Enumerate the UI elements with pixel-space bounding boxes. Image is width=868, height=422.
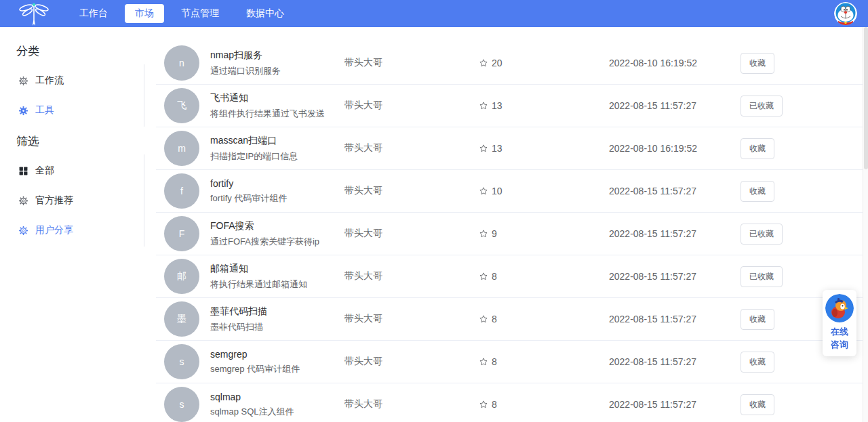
item-timestamp: 2022-08-15 11:57:27 — [609, 228, 741, 239]
item-author: 带头大哥 — [344, 100, 479, 112]
item-author: 带头大哥 — [344, 57, 479, 69]
star-icon — [479, 400, 488, 409]
item-avatar: 邮 — [164, 259, 199, 294]
list-item[interactable]: s semgrep semgrep 代码审计组件 带头大哥 8 2022-08-… — [156, 341, 868, 383]
list-item[interactable]: f fortify fortify 代码审计组件 带头大哥 10 2022-08… — [156, 170, 868, 213]
gear-icon — [18, 75, 28, 86]
page-content: 分类 工作流 — [0, 27, 868, 422]
item-timestamp: 2022-08-15 11:57:27 — [609, 271, 741, 282]
star-count: 9 — [492, 228, 497, 239]
list-item[interactable]: n nmap扫服务 通过端口识别服务 带头大哥 20 2022-08-10 16… — [156, 42, 868, 85]
list-item[interactable]: s sqlmap sqlmap SQL注入组件 带头大哥 8 2022-08-1… — [156, 383, 868, 422]
item-author: 带头大哥 — [344, 270, 479, 282]
sidebar-item-label: 官方推荐 — [35, 194, 73, 207]
item-avatar: n — [164, 45, 199, 81]
collect-button[interactable]: 已收藏 — [741, 96, 783, 117]
sidebar-item-all[interactable]: 全部 — [16, 156, 144, 186]
item-avatar: s — [164, 387, 199, 422]
item-avatar: F — [164, 216, 199, 251]
gear-icon — [18, 225, 28, 236]
vertical-scrollbar[interactable] — [863, 27, 868, 422]
item-title: FOFA搜索 — [210, 220, 344, 232]
item-title: fortify — [210, 178, 344, 189]
item-titles: 邮箱通知 将执行结果通过邮箱通知 — [210, 263, 344, 291]
nav-tab[interactable]: 节点管理 — [171, 4, 229, 23]
item-timestamp: 2022-08-15 11:57:27 — [609, 314, 741, 324]
item-timestamp: 2022-08-15 11:57:27 — [609, 399, 741, 410]
item-subtitle: 将执行结果通过邮箱通知 — [210, 278, 344, 291]
item-action: 收藏 — [741, 181, 774, 202]
sidebar-item-official[interactable]: 官方推荐 — [16, 186, 144, 215]
collect-button[interactable]: 收藏 — [741, 352, 774, 373]
star-count: 20 — [492, 58, 502, 68]
grid-icon — [18, 165, 28, 176]
collect-button[interactable]: 收藏 — [741, 181, 774, 202]
item-titles: semgrep semgrep 代码审计组件 — [210, 349, 344, 375]
nav-tab[interactable]: 市场 — [125, 4, 164, 23]
item-subtitle: semgrep 代码审计组件 — [210, 363, 344, 375]
item-action: 已收藏 — [741, 266, 783, 287]
item-author: 带头大哥 — [344, 398, 479, 410]
star-icon — [479, 58, 488, 68]
list-item[interactable]: 邮 邮箱通知 将执行结果通过邮箱通知 带头大哥 8 2022-08-15 11:… — [156, 255, 868, 298]
collect-button[interactable]: 收藏 — [741, 138, 774, 159]
sidebar-item-label: 全部 — [35, 165, 54, 177]
item-subtitle: sqlmap SQL注入组件 — [210, 406, 344, 418]
list-item[interactable]: m masscan扫端口 扫描指定IP的端口信息 带头大哥 13 2022-08… — [156, 127, 868, 170]
support-mascot-icon — [825, 294, 854, 322]
list-item[interactable]: 飞 飞书通知 将组件执行结果通过飞书发送 带头大哥 13 2022-08-15 … — [156, 85, 868, 127]
star-icon — [479, 186, 488, 196]
list-item[interactable]: 墨 墨菲代码扫描 墨菲代码扫描 带头大哥 8 2022-08-15 11:57:… — [156, 298, 868, 341]
item-title: 邮箱通知 — [210, 263, 344, 275]
market-list: n nmap扫服务 通过端口识别服务 带头大哥 20 2022-08-10 16… — [156, 27, 868, 422]
item-titles: masscan扫端口 扫描指定IP的端口信息 — [210, 135, 344, 163]
user-avatar[interactable] — [834, 2, 857, 25]
item-subtitle: fortify 代码审计组件 — [210, 192, 344, 205]
item-star-count: 20 — [479, 58, 609, 68]
sidebar-item-user-shared[interactable]: 用户分享 — [16, 215, 144, 245]
item-timestamp: 2022-08-10 16:19:52 — [609, 58, 741, 68]
item-star-count: 8 — [479, 399, 609, 410]
item-titles: nmap扫服务 通过端口识别服务 — [210, 49, 344, 77]
item-avatar: 飞 — [164, 88, 199, 123]
item-titles: FOFA搜索 通过FOFA搜索关键字获得ip — [210, 220, 344, 248]
sidebar-item-label: 工具 — [35, 104, 54, 117]
item-action: 已收藏 — [741, 96, 783, 117]
item-title: semgrep — [210, 349, 344, 360]
collect-button[interactable]: 已收藏 — [741, 224, 783, 245]
item-subtitle: 将组件执行结果通过飞书发送 — [210, 108, 344, 120]
star-icon — [479, 229, 488, 238]
item-subtitle: 扫描指定IP的端口信息 — [210, 150, 344, 163]
collect-button[interactable]: 已收藏 — [741, 266, 783, 287]
nav-tab[interactable]: 工作台 — [69, 4, 118, 23]
list-item[interactable]: F FOFA搜索 通过FOFA搜索关键字获得ip 带头大哥 9 2022-08-… — [156, 213, 868, 255]
sidebar-section-title-category: 分类 — [16, 43, 156, 59]
star-count: 13 — [492, 100, 502, 111]
sidebar-group-category: 工作流 工具 — [16, 64, 144, 127]
star-count: 10 — [492, 186, 502, 196]
scrollbar-thumb[interactable] — [864, 27, 868, 169]
item-avatar: m — [164, 131, 199, 166]
item-titles: fortify fortify 代码审计组件 — [210, 178, 344, 205]
collect-button[interactable]: 收藏 — [741, 309, 774, 330]
sidebar-item-workflow[interactable]: 工作流 — [16, 66, 144, 96]
online-support-widget[interactable]: 在线 咨询 — [823, 290, 856, 356]
item-star-count: 13 — [479, 100, 609, 111]
star-icon — [479, 101, 488, 110]
item-author: 带头大哥 — [344, 313, 479, 325]
collect-button[interactable]: 收藏 — [741, 53, 774, 74]
nav-tab[interactable]: 数据中心 — [236, 4, 294, 23]
sidebar-item-tools[interactable]: 工具 — [16, 96, 144, 125]
item-timestamp: 2022-08-15 11:57:27 — [609, 356, 741, 367]
gear-filled-icon — [18, 105, 28, 116]
collect-button[interactable]: 收藏 — [741, 394, 774, 415]
sidebar-item-label: 用户分享 — [35, 224, 73, 236]
item-action: 收藏 — [741, 138, 774, 159]
star-icon — [479, 272, 488, 281]
item-star-count: 13 — [479, 143, 609, 154]
gear-icon — [18, 195, 28, 206]
item-avatar: f — [164, 173, 199, 209]
item-title: nmap扫服务 — [210, 49, 344, 62]
star-count: 13 — [492, 143, 502, 154]
item-subtitle: 通过端口识别服务 — [210, 65, 344, 77]
